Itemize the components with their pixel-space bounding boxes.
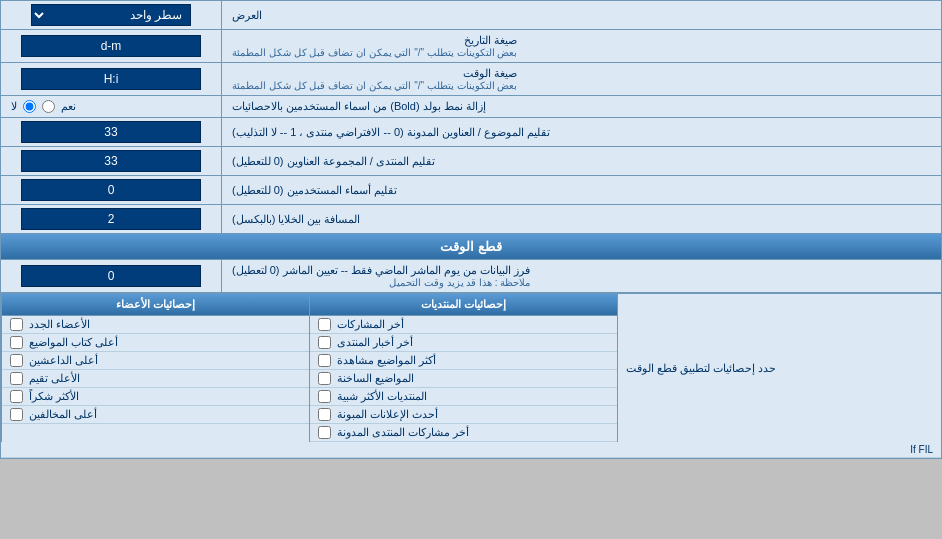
bottom-note: If FIL (1, 442, 941, 458)
main-container: العرض سطر واحدسطرانثلاثة أسطر صيغة التار… (0, 0, 942, 459)
time-format-label: صيغة الوقت بعض التكوينات يتطلب "/" التي … (221, 63, 941, 95)
spacing-input[interactable] (21, 208, 201, 230)
stats-members-item-0: الأعضاء الجدد (2, 316, 309, 334)
bold-radio-cell: نعم لا (1, 96, 221, 117)
stats-forums-check-0[interactable] (318, 318, 331, 331)
usernames-input-cell (1, 176, 221, 204)
forum-label: تقليم المنتدى / المجموعة العناوين (0 للت… (221, 147, 941, 175)
stats-forums-check-4[interactable] (318, 390, 331, 403)
stats-forums-item-1: أخر أخبار المنتدى (310, 334, 617, 352)
cutoff-input[interactable] (21, 265, 201, 287)
stats-members-label-3: الأعلى تقيم (29, 372, 80, 385)
display-row: العرض سطر واحدسطرانثلاثة أسطر (1, 1, 941, 30)
bold-label: إزالة نمط بولد (Bold) من اسماء المستخدمي… (221, 96, 941, 117)
stats-members-label-2: أعلى الداعشين (29, 354, 98, 367)
time-format-input[interactable] (21, 68, 201, 90)
date-format-row: صيغة التاريخ بعض التكوينات يتطلب "/" الت… (1, 30, 941, 63)
usernames-label: تقليم أسماء المستخدمين (0 للتعطيل) (221, 176, 941, 204)
stats-forums-label-6: أخر مشاركات المنتدى المدونة (337, 426, 469, 439)
stats-section: حدد إحصائيات لتطبيق قطع الوقت إحصائيات ا… (1, 293, 941, 442)
stats-forums-check-2[interactable] (318, 354, 331, 367)
cutoff-input-cell (1, 260, 221, 292)
time-format-input-cell (1, 63, 221, 95)
stats-members-check-3[interactable] (10, 372, 23, 385)
stats-members-label-5: أعلى المخالفين (29, 408, 97, 421)
stats-members-label-4: الأكثر شكراً (29, 390, 79, 403)
time-format-row: صيغة الوقت بعض التكوينات يتطلب "/" التي … (1, 63, 941, 96)
stats-forums-label-4: المنتديات الأكثر شبية (337, 390, 427, 403)
stats-forums-label-0: أخر المشاركات (337, 318, 404, 331)
display-select[interactable]: سطر واحدسطرانثلاثة أسطر (31, 4, 191, 26)
usernames-input[interactable] (21, 179, 201, 201)
stats-members-check-5[interactable] (10, 408, 23, 421)
stats-forums-check-1[interactable] (318, 336, 331, 349)
bold-no-radio[interactable] (23, 100, 36, 113)
stats-members-item-2: أعلى الداعشين (2, 352, 309, 370)
stats-forums-item-2: أكثر المواضيع مشاهدة (310, 352, 617, 370)
stats-members-header: إحصائيات الأعضاء (2, 294, 309, 316)
bold-yes-label: نعم (61, 100, 76, 113)
topic-input[interactable] (21, 121, 201, 143)
stats-forums-label-3: المواضيع الساخنة (337, 372, 414, 385)
stats-members-check-1[interactable] (10, 336, 23, 349)
bold-no-label: لا (11, 100, 17, 113)
stats-forums-col: إحصائيات المنتديات أخر المشاركات أخر أخب… (309, 294, 617, 442)
stats-members-item-3: الأعلى تقيم (2, 370, 309, 388)
stats-members-item-4: الأكثر شكراً (2, 388, 309, 406)
stats-forums-item-4: المنتديات الأكثر شبية (310, 388, 617, 406)
display-select-cell: سطر واحدسطرانثلاثة أسطر (1, 1, 221, 29)
stats-members-check-0[interactable] (10, 318, 23, 331)
stats-limit-label: حدد إحصائيات لتطبيق قطع الوقت (617, 294, 941, 442)
date-format-input-cell (1, 30, 221, 62)
bold-row: إزالة نمط بولد (Bold) من اسماء المستخدمي… (1, 96, 941, 118)
stats-members-col: إحصائيات الأعضاء الأعضاء الجدد أعلى كتاب… (1, 294, 309, 442)
cutoff-label: فرز البيانات من يوم الماشر الماضي فقط --… (221, 260, 941, 292)
forum-input[interactable] (21, 150, 201, 172)
date-format-label: صيغة التاريخ بعض التكوينات يتطلب "/" الت… (221, 30, 941, 62)
stats-forums-label-5: أحدث الإعلانات المبونة (337, 408, 438, 421)
stats-members-label-0: الأعضاء الجدد (29, 318, 90, 331)
topic-row: تقليم الموضوع / العناوين المدونة (0 -- ا… (1, 118, 941, 147)
stats-forums-label-1: أخر أخبار المنتدى (337, 336, 413, 349)
stats-forums-check-6[interactable] (318, 426, 331, 439)
stats-forums-item-5: أحدث الإعلانات المبونة (310, 406, 617, 424)
usernames-row: تقليم أسماء المستخدمين (0 للتعطيل) (1, 176, 941, 205)
spacing-row: المسافة بين الخلايا (بالبكسل) (1, 205, 941, 234)
stats-forums-check-5[interactable] (318, 408, 331, 421)
bold-yes-radio[interactable] (42, 100, 55, 113)
stats-members-item-1: أعلى كتاب المواضيع (2, 334, 309, 352)
stats-forums-item-0: أخر المشاركات (310, 316, 617, 334)
topic-label: تقليم الموضوع / العناوين المدونة (0 -- ا… (221, 118, 941, 146)
stats-members-item-5: أعلى المخالفين (2, 406, 309, 424)
stats-forums-item-3: المواضيع الساخنة (310, 370, 617, 388)
stats-forums-header: إحصائيات المنتديات (310, 294, 617, 316)
stats-members-label-1: أعلى كتاب المواضيع (29, 336, 118, 349)
forum-row: تقليم المنتدى / المجموعة العناوين (0 للت… (1, 147, 941, 176)
spacing-input-cell (1, 205, 221, 233)
forum-input-cell (1, 147, 221, 175)
stats-forums-check-3[interactable] (318, 372, 331, 385)
stats-members-check-2[interactable] (10, 354, 23, 367)
stats-forums-item-6: أخر مشاركات المنتدى المدونة (310, 424, 617, 442)
stats-forums-label-2: أكثر المواضيع مشاهدة (337, 354, 436, 367)
date-format-input[interactable] (21, 35, 201, 57)
display-label: العرض (221, 1, 941, 29)
cutoff-row: فرز البيانات من يوم الماشر الماضي فقط --… (1, 260, 941, 293)
stats-members-check-4[interactable] (10, 390, 23, 403)
topic-input-cell (1, 118, 221, 146)
spacing-label: المسافة بين الخلايا (بالبكسل) (221, 205, 941, 233)
cutoff-section-header: قطع الوقت (1, 234, 941, 260)
